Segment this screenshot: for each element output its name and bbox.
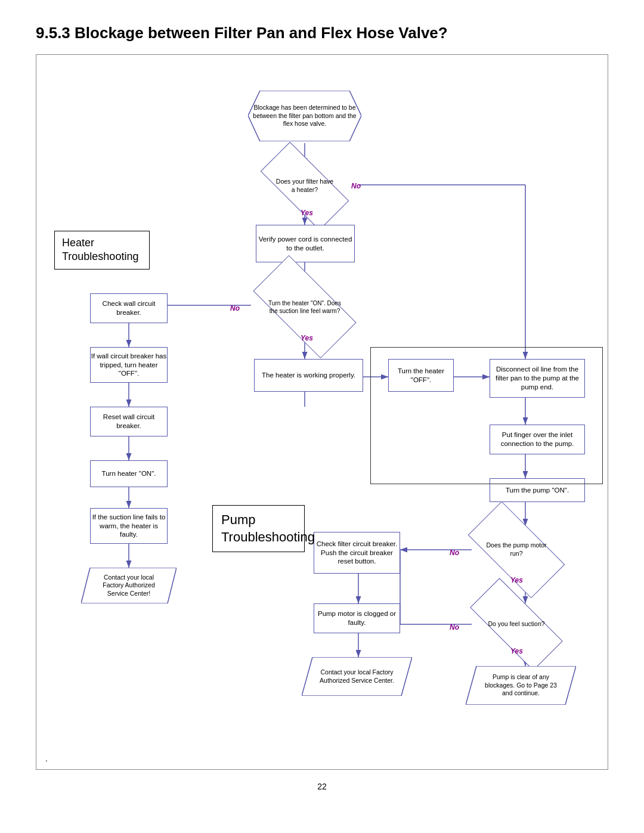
page-title: 9.5.3 Blockage between Filter Pan and Fl… xyxy=(36,24,608,42)
feel-suction-diamond: Do you feel suction? xyxy=(472,603,561,645)
turn-pump-on-box: Turn the pump "ON". xyxy=(490,478,585,502)
pump-clear: Pump is clear of any blockages. Go to Pa… xyxy=(466,666,576,705)
pump-motor-run-text: Does the pump motor run? xyxy=(472,526,561,574)
suction-line-fails-box: If the suction line fails to warm, the h… xyxy=(90,508,168,544)
no-label-suction2: No xyxy=(450,623,459,631)
pump-motor-clogged-box: Pump motor is clogged or faulty. xyxy=(314,603,400,633)
yes-label-pump-motor: Yes xyxy=(510,576,523,584)
pump-clear-text: Pump is clear of any blockages. Go to Pa… xyxy=(466,666,576,705)
reset-wall-circuit-box: Reset wall circuit breaker. xyxy=(90,407,168,436)
if-wall-circuit-tripped-box: If wall circuit breaker has tripped, tur… xyxy=(90,347,168,383)
pump-motor-run-diamond: Does the pump motor run? xyxy=(472,526,561,574)
heater-diamond: Does your filter have a heater? xyxy=(263,165,346,207)
no-label-heater: No xyxy=(351,182,361,190)
heater-troubleshooting-text: HeaterTroubleshooting xyxy=(62,237,138,262)
pump-troubleshooting-text: PumpTroubleshooting xyxy=(221,512,315,544)
pump-troubleshooting-label: PumpTroubleshooting xyxy=(212,505,305,552)
page-number: 22 xyxy=(36,782,608,791)
turn-heater-on2-box: Turn heater "ON". xyxy=(90,460,168,487)
verify-power-cord-box: Verify power cord is connected to the ou… xyxy=(256,225,355,262)
heater-working-box: The heater is working properly. xyxy=(254,359,363,392)
contact-factory2: Contact your local Factory Authorized Se… xyxy=(302,657,412,696)
yes-label-suction: Yes xyxy=(301,334,313,342)
turn-heater-off-box: Turn the heater "OFF". xyxy=(388,359,454,392)
contact-factory-heater-text: Contact your local Factory Authorized Se… xyxy=(81,568,177,603)
no-label-pump-motor: No xyxy=(450,549,459,557)
feel-suction-text: Do you feel suction? xyxy=(472,603,561,645)
heater-diamond-text: Does your filter have a heater? xyxy=(263,165,346,207)
heater-troubleshooting-label: HeaterTroubleshooting xyxy=(54,231,150,270)
check-filter-circuit-box: Check filter circuit breaker. Push the c… xyxy=(314,532,400,574)
no-label-suction: No xyxy=(230,304,240,312)
start-text: Blockage has been determined to be betwe… xyxy=(248,91,361,141)
disconnect-oil-line-box: Disconnect oil line from the filter pan … xyxy=(490,359,585,398)
turn-heater-suction-diamond: Turn the heater "ON". Does the suction l… xyxy=(257,281,352,332)
yes-label-suction2: Yes xyxy=(510,647,523,655)
yes-label-heater: Yes xyxy=(301,209,313,217)
turn-heater-suction-text: Turn the heater "ON". Does the suction l… xyxy=(257,281,352,332)
diagram-container: Blockage has been determined to be betwe… xyxy=(36,54,608,770)
contact-factory-heater: Contact your local Factory Authorized Se… xyxy=(81,568,177,603)
check-wall-circuit-box: Check wall circuit breaker. xyxy=(90,293,168,323)
start-hexagon: Blockage has been determined to be betwe… xyxy=(248,91,361,141)
dot: . xyxy=(45,754,48,763)
put-finger-inlet-box: Put finger over the inlet connection to … xyxy=(490,425,585,454)
contact-factory2-text: Contact your local Factory Authorized Se… xyxy=(302,657,412,696)
